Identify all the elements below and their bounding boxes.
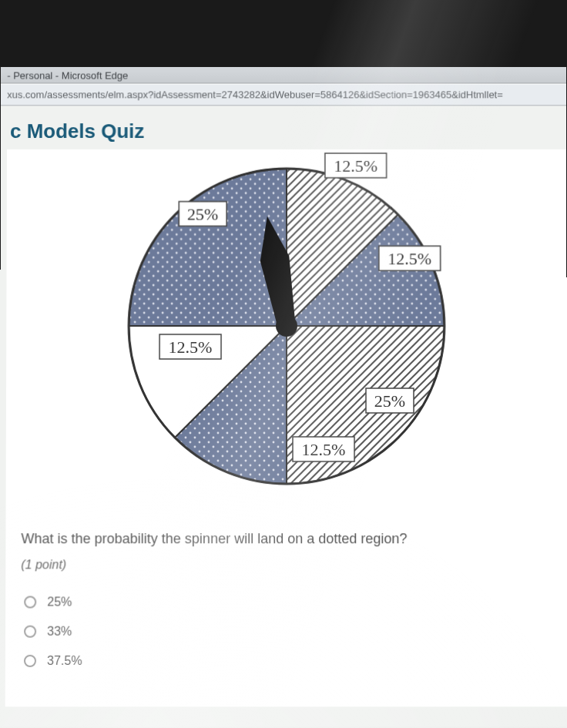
address-bar[interactable]: xus.com/assessments/elm.aspx?idAssessmen… bbox=[1, 84, 566, 106]
url-text: xus.com/assessments/elm.aspx?idAssessmen… bbox=[7, 89, 503, 100]
svg-text:12.5%: 12.5% bbox=[334, 156, 377, 176]
spinner-figure: 12.5%12.5%25%12.5%12.5%25% bbox=[22, 149, 552, 518]
svg-text:25%: 25% bbox=[187, 205, 218, 224]
option-a[interactable]: 25% bbox=[21, 587, 552, 616]
radio-icon bbox=[24, 626, 36, 638]
question-area: 12.5%12.5%25%12.5%12.5%25% What is the p… bbox=[5, 149, 567, 706]
window-title: - Personal - Microsoft Edge bbox=[7, 70, 128, 82]
option-label: 25% bbox=[47, 595, 72, 609]
quiz-title: c Models Quiz bbox=[7, 119, 566, 143]
window-titlebar: - Personal - Microsoft Edge bbox=[1, 67, 565, 84]
radio-icon bbox=[24, 655, 36, 667]
svg-text:12.5%: 12.5% bbox=[302, 440, 346, 459]
svg-text:12.5%: 12.5% bbox=[169, 337, 213, 357]
option-c[interactable]: 37.5% bbox=[21, 646, 552, 676]
svg-text:12.5%: 12.5% bbox=[388, 249, 431, 268]
question-text: What is the probability the spinner will… bbox=[21, 531, 552, 547]
answer-options: 25% 33% 37.5% bbox=[21, 587, 552, 676]
svg-point-18 bbox=[276, 315, 297, 337]
option-label: 37.5% bbox=[47, 654, 82, 668]
option-b[interactable]: 33% bbox=[21, 617, 552, 646]
points-label: (1 point) bbox=[21, 558, 552, 572]
svg-text:25%: 25% bbox=[374, 391, 405, 411]
radio-icon bbox=[24, 596, 36, 609]
option-label: 33% bbox=[47, 625, 72, 639]
spinner-svg: 12.5%12.5%25%12.5%12.5%25% bbox=[109, 149, 465, 503]
page-content: c Models Quiz bbox=[0, 106, 567, 726]
